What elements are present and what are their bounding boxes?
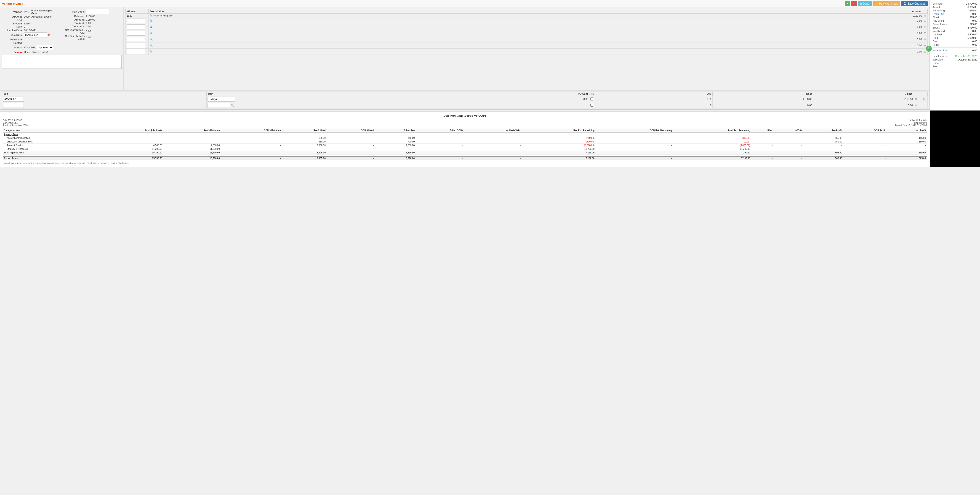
eh-fee-est-rem: (700.00) xyxy=(522,140,595,144)
gl-action-2[interactable]: ⊟ xyxy=(923,18,928,24)
cost-2: 0.00 xyxy=(713,102,813,108)
eh-billed-oops: - xyxy=(415,140,464,144)
add-button[interactable]: + xyxy=(845,1,850,6)
col-unbilled-oops: Unbilled OOPs xyxy=(464,129,522,133)
sr-pos: - xyxy=(751,147,773,151)
profit-table: Category / Item Total $ Estimate Fee $ E… xyxy=(3,129,927,160)
gl-acct-input-7[interactable] xyxy=(127,49,145,54)
search-icon-4[interactable]: 🔍 xyxy=(150,32,153,35)
billing-1: 2150.00 xyxy=(813,96,914,102)
gl-amount-1: 2150.00 xyxy=(194,14,923,18)
mail-icon[interactable]: ✉ xyxy=(915,98,917,100)
job-date-label: Job Date: xyxy=(933,58,943,61)
notes-textarea[interactable] xyxy=(2,55,122,69)
gl-acct-input-3[interactable] xyxy=(127,24,145,29)
hold-value: 5,080.00 xyxy=(967,36,977,39)
job-input-1[interactable] xyxy=(3,97,24,102)
eh-billed-fee: 700.00 xyxy=(375,140,415,144)
account-admin-billed-oops: - xyxy=(415,136,464,140)
invoice-label: Invoice: xyxy=(2,22,22,25)
item-input-2[interactable] xyxy=(207,103,231,108)
dupe-button[interactable]: ⧉ Dupe xyxy=(858,1,872,6)
jobs-section: Job Item PO Cost PB Qty Cost Billing xyxy=(0,90,929,109)
as-pos: - xyxy=(751,144,773,147)
eh-woffs: - xyxy=(773,140,803,144)
zoom-button[interactable]: 🔍 xyxy=(926,46,932,52)
calendar-icon[interactable]: 📅 xyxy=(47,33,51,36)
gl-acct-input-2[interactable] xyxy=(127,18,145,23)
approve-select[interactable]: Approve xyxy=(37,45,53,50)
adv-billed-value: 0.00 xyxy=(972,19,977,22)
estimate-value: 15,700.00 xyxy=(966,2,977,5)
search-icon-3[interactable]: 🔍 xyxy=(150,25,153,28)
b-button[interactable]: B xyxy=(918,98,920,100)
pb-checkbox-1[interactable] xyxy=(590,97,593,100)
search-icon-job[interactable]: 🔍 xyxy=(231,104,234,106)
tax-amt-value: 0.00 xyxy=(86,22,91,24)
po-cost-1: 0.00 xyxy=(473,96,589,102)
open-pos-label[interactable]: Open POs: xyxy=(933,13,945,15)
last-invoiced-label: Last Invoiced: xyxy=(933,55,948,57)
col-category: Category / Item xyxy=(3,129,101,133)
pay-code-input[interactable] xyxy=(86,9,109,14)
gl-action-3[interactable]: ⊟ xyxy=(923,24,928,30)
pay-icon: 💳 xyxy=(875,2,878,5)
spent-label: Spent: xyxy=(933,26,940,29)
account-admin-total-est: - xyxy=(101,136,163,140)
prr-value: 0.00 xyxy=(972,43,977,46)
account-admin-name: Account Administration xyxy=(3,136,101,140)
writeoff-label[interactable]: Write-off Total: xyxy=(933,49,949,52)
gl-action-1[interactable]: ⊟ xyxy=(923,14,928,18)
item-input-1[interactable] xyxy=(207,97,235,102)
item-header: Item xyxy=(207,92,473,96)
sr-total-est: 11,200.00 xyxy=(101,147,163,151)
taf-unbilled-oops: - xyxy=(464,151,522,155)
agency-fees-label: Agency Fees xyxy=(3,133,927,136)
gl-acct-input-5[interactable] xyxy=(127,37,145,42)
sr-woffs: - xyxy=(773,147,803,151)
as-total-est-rem: (3,000.00) xyxy=(673,144,751,147)
taf-fee-est: 15,700.00 xyxy=(163,151,221,155)
summary-panel: Estimate: 15,700.00 Actual: 8,005.00 Rem… xyxy=(930,0,980,109)
gl-action-5[interactable]: ⊟ xyxy=(923,36,928,43)
open-pos-value: 0.00 xyxy=(972,13,977,15)
rt-billed-fee: 8,510.00 xyxy=(375,156,415,160)
gross-income-value: 525.00 xyxy=(969,23,977,25)
mail-icon-2[interactable]: ✉ xyxy=(915,104,917,106)
profit-job: Job: ATLAS-16348 xyxy=(3,119,29,122)
due-date-input[interactable] xyxy=(24,32,47,37)
gl-acct-input-6[interactable] xyxy=(127,43,145,48)
strategy-research-name: Strategy & Research xyxy=(3,147,101,151)
col-fee-est: Fee $ Estimate xyxy=(163,129,221,133)
pay-hw-button[interactable]: 💳 Pay HW Check xyxy=(873,1,900,6)
eh-oop-used: - xyxy=(326,140,375,144)
save-changes-button[interactable]: 💾 Save Changes xyxy=(901,1,928,6)
remove-button[interactable]: ✕ xyxy=(851,1,857,6)
gl-acct-input-4[interactable] xyxy=(127,30,145,36)
account-admin-pos: - xyxy=(751,136,773,140)
rt-total-est: 15,700.00 xyxy=(101,156,163,160)
tax-amt2-label: Tax Amt 2: xyxy=(64,25,85,28)
status-label: Status: xyxy=(2,46,22,49)
search-icon-2[interactable]: 🔍 xyxy=(150,19,153,22)
empty-row xyxy=(3,155,927,156)
as-fee-used: 7,500.00 xyxy=(282,144,326,147)
sr-fee-used: - xyxy=(282,147,326,151)
cost-header: Cost xyxy=(713,92,813,96)
sr-job-profit: - xyxy=(886,147,927,151)
search-icon-6[interactable]: 🔍 xyxy=(150,44,153,47)
gl-amount-6: 0.00 xyxy=(194,43,923,49)
gl-action-4[interactable]: ⊟ xyxy=(923,30,928,36)
job-2 xyxy=(2,102,207,108)
bill-label: Bill#: xyxy=(2,25,22,28)
search-icon-7[interactable]: 🔍 xyxy=(150,50,153,53)
ap-label: AP Acct: xyxy=(2,15,22,18)
attachment-icon[interactable]: 📎 xyxy=(922,98,925,100)
eh-fee-est: - xyxy=(163,140,221,144)
search-icon[interactable]: 🔍 xyxy=(150,14,153,17)
due-value: 0.00 xyxy=(972,40,977,43)
job-input-2[interactable] xyxy=(3,103,24,108)
search-icon-5[interactable]: 🔍 xyxy=(150,38,153,41)
status-value: VOUCHR xyxy=(24,46,35,49)
pb-checkbox-2[interactable] xyxy=(590,104,593,106)
